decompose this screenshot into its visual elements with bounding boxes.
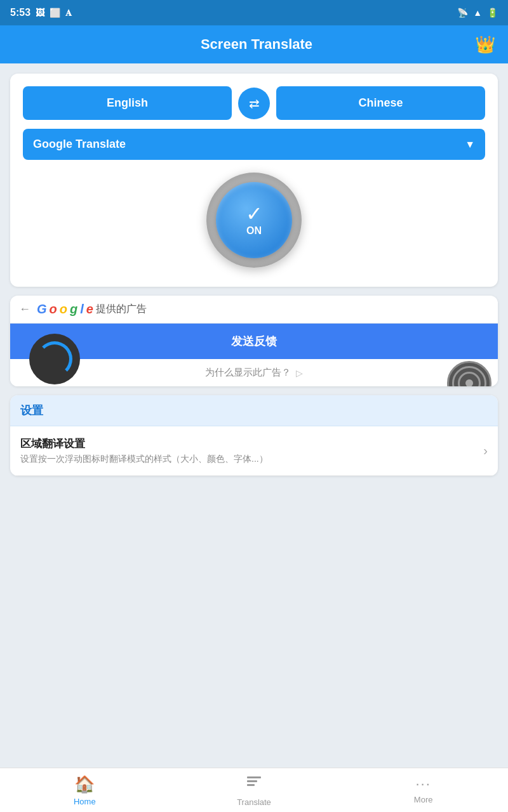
svg-rect-0 (247, 776, 261, 778)
on-button-area: ✓ ON (23, 160, 485, 274)
translate-engine-selector[interactable]: Google Translate ▼ (23, 129, 485, 160)
ad-why-row: 为什么显示此广告？ ▷ (10, 359, 498, 386)
chevron-down-icon: ▼ (465, 139, 475, 150)
feedback-button[interactable]: 发送反馈 (10, 324, 498, 359)
nav-item-translate[interactable]: Translate (170, 768, 339, 812)
on-label: ON (246, 225, 262, 237)
nav-home-label: Home (74, 797, 96, 806)
swap-icon: ⇄ (249, 96, 260, 111)
translate-engine-label: Google Translate (33, 138, 465, 151)
battery-icon: 🔋 (487, 8, 498, 18)
language-row: English ⇄ Chinese (23, 86, 485, 120)
back-arrow-icon[interactable]: ← (19, 303, 30, 316)
ad-card: ← Google 提供的广告 发送反馈 为什么显示此广告？ ▷ (10, 296, 498, 386)
loading-spinner (29, 334, 80, 384)
why-ad-text: 为什么显示此广告？ (205, 367, 291, 379)
google-logo: Google 提供的广告 (37, 302, 147, 317)
nav-item-home[interactable]: 🏠 Home (0, 769, 170, 811)
on-button-outer: ✓ ON (206, 173, 302, 268)
status-time: 5:53 (10, 7, 30, 18)
photo-icon: 🖼 (36, 8, 44, 18)
language-card: English ⇄ Chinese Google Translate ▼ ✓ O… (10, 74, 498, 287)
main-content: English ⇄ Chinese Google Translate ▼ ✓ O… (0, 63, 508, 768)
nav-item-more[interactable]: ··· More (338, 771, 508, 809)
settings-item-desc-region: 设置按一次浮动图标时翻译模式的样式（大小、颜色、字体...） (20, 454, 483, 465)
app-title: Screen Translate (38, 36, 475, 53)
settings-item-region[interactable]: 区域翻译设置 设置按一次浮动图标时翻译模式的样式（大小、颜色、字体...） › (10, 426, 498, 476)
home-icon: 🏠 (74, 775, 95, 794)
more-icon: ··· (416, 776, 431, 792)
status-bar: 5:53 🖼 ⬜ 𝐀 📡 ▲ 🔋 (0, 0, 508, 25)
settings-title: 设置 (20, 404, 43, 417)
play-icon: ▷ (296, 368, 303, 378)
crown-icon[interactable]: 👑 (475, 35, 495, 55)
wifi-icon: ▲ (473, 8, 482, 18)
font-icon: 𝐀 (65, 8, 72, 18)
bottom-navigation: 🏠 Home Translate ··· More (0, 768, 508, 812)
translate-icon (245, 773, 263, 795)
spinner-animation (37, 341, 72, 377)
chevron-right-icon: › (483, 443, 488, 458)
svg-rect-1 (247, 780, 257, 782)
app-bar: Screen Translate 👑 (0, 25, 508, 63)
svg-rect-2 (247, 784, 255, 786)
settings-header: 设置 (10, 395, 498, 426)
cast-icon: 📡 (457, 8, 468, 18)
checkmark-icon: ✓ (246, 204, 263, 224)
nav-more-label: More (414, 795, 433, 804)
checkbox-icon: ⬜ (50, 8, 60, 18)
settings-item-title-region: 区域翻译设置 (20, 436, 483, 451)
nav-translate-label: Translate (237, 797, 271, 807)
source-language-button[interactable]: English (23, 86, 232, 120)
ad-header: ← Google 提供的广告 (10, 296, 498, 324)
settings-section: 设置 区域翻译设置 设置按一次浮动图标时翻译模式的样式（大小、颜色、字体...）… (10, 395, 498, 476)
swap-language-button[interactable]: ⇄ (238, 88, 270, 119)
on-button[interactable]: ✓ ON (216, 182, 292, 258)
target-language-button[interactable]: Chinese (276, 86, 485, 120)
ad-label: 提供的广告 (96, 303, 147, 316)
